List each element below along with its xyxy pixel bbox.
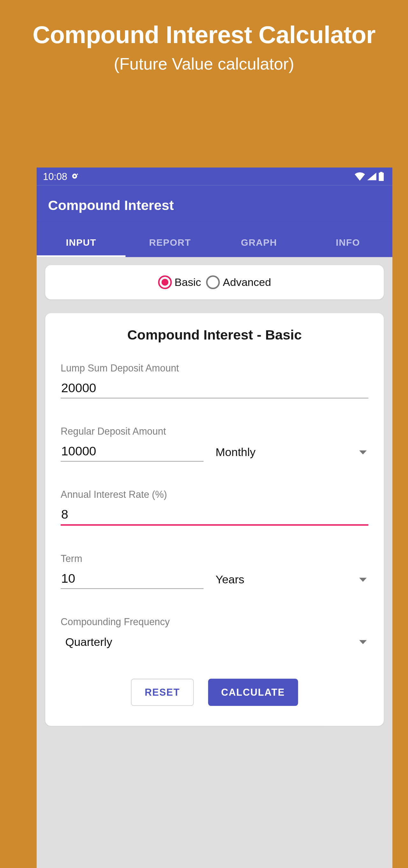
radio-icon-unchecked <box>206 275 220 289</box>
tab-info[interactable]: INFO <box>303 228 393 257</box>
term-unit-dropdown[interactable]: Years <box>215 570 368 589</box>
form-title: Compound Interest - Basic <box>61 327 368 342</box>
reset-button[interactable]: RESET <box>131 679 194 706</box>
page-title: Compound Interest Calculator <box>0 21 408 49</box>
regular-label: Regular Deposit Amount <box>61 426 368 437</box>
radio-basic-label: Basic <box>175 276 201 288</box>
radio-icon-checked <box>158 275 172 289</box>
svg-point-2 <box>77 174 78 175</box>
chevron-down-icon <box>359 578 367 582</box>
radio-advanced-label: Advanced <box>223 276 271 288</box>
regular-frequency-dropdown[interactable]: Monthly <box>215 443 368 461</box>
action-row: RESET CALCULATE <box>61 679 368 706</box>
phone-frame: 10:08 Compound Interest INPUT REPORT GRA… <box>37 167 393 868</box>
notification-icon <box>71 171 79 182</box>
rate-input[interactable] <box>61 505 368 526</box>
tab-report[interactable]: REPORT <box>126 228 214 257</box>
wifi-icon <box>355 172 365 181</box>
field-lump-sum: Lump Sum Deposit Amount <box>61 363 368 398</box>
field-compounding: Compounding Frequency Quarterly <box>61 616 368 651</box>
page-header: Compound Interest Calculator (Future Val… <box>0 0 408 73</box>
page-subtitle: (Future Value calculator) <box>0 54 408 73</box>
status-left: 10:08 <box>43 171 79 182</box>
term-unit-value: Years <box>215 573 244 586</box>
svg-rect-4 <box>380 172 382 173</box>
tab-input[interactable]: INPUT <box>37 228 126 257</box>
radio-basic[interactable]: Basic <box>158 275 201 289</box>
svg-point-1 <box>74 175 75 177</box>
chevron-down-icon <box>359 450 367 455</box>
term-label: Term <box>61 553 368 564</box>
app-bar: Compound Interest <box>37 185 393 220</box>
battery-icon <box>379 172 384 181</box>
compounding-value: Quarterly <box>65 636 112 648</box>
field-rate: Annual Interest Rate (%) <box>61 489 368 526</box>
lump-sum-input[interactable] <box>61 379 368 398</box>
regular-frequency-value: Monthly <box>215 446 256 459</box>
app-title: Compound Interest <box>48 197 381 213</box>
svg-rect-3 <box>379 173 384 181</box>
status-time: 10:08 <box>43 171 67 182</box>
tab-bar: INPUT REPORT GRAPH INFO <box>37 220 393 257</box>
radio-advanced[interactable]: Advanced <box>206 275 271 289</box>
status-right <box>355 172 384 181</box>
lump-sum-label: Lump Sum Deposit Amount <box>61 363 368 374</box>
tab-graph[interactable]: GRAPH <box>214 228 303 257</box>
content-area: Basic Advanced Compound Interest - Basic… <box>37 257 393 868</box>
term-input[interactable] <box>61 569 203 589</box>
compounding-label: Compounding Frequency <box>61 616 368 627</box>
status-bar: 10:08 <box>37 167 393 185</box>
regular-input[interactable] <box>61 442 203 462</box>
chevron-down-icon <box>359 640 367 644</box>
form-card: Compound Interest - Basic Lump Sum Depos… <box>45 313 384 726</box>
compounding-dropdown[interactable]: Quarterly <box>61 633 368 651</box>
rate-label: Annual Interest Rate (%) <box>61 489 368 500</box>
signal-icon <box>367 172 376 181</box>
mode-card: Basic Advanced <box>45 265 384 300</box>
field-term: Term Years <box>61 553 368 589</box>
field-regular: Regular Deposit Amount Monthly <box>61 426 368 461</box>
calculate-button[interactable]: CALCULATE <box>208 679 298 706</box>
